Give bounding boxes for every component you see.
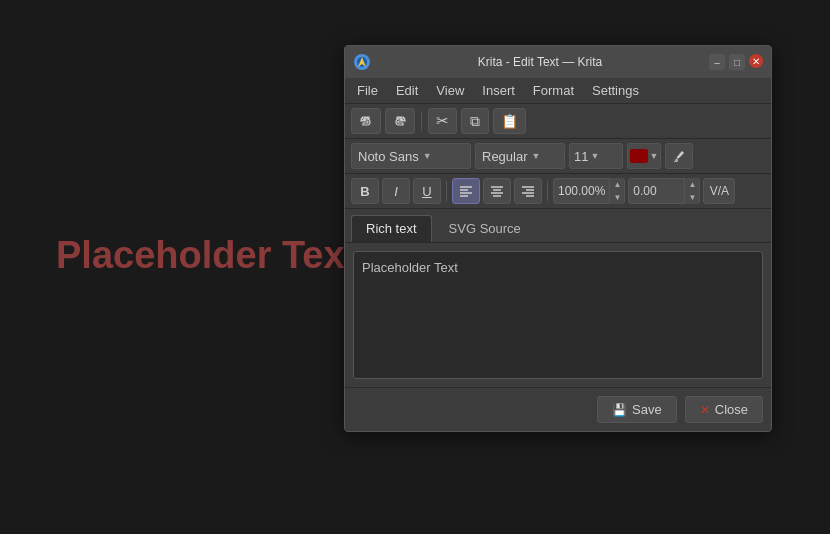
bold-button[interactable]: B xyxy=(351,178,379,204)
eyedropper-button[interactable] xyxy=(665,143,693,169)
close-window-button[interactable]: ✕ xyxy=(749,54,763,68)
font-size-select[interactable]: 11 ▼ xyxy=(569,143,623,169)
char-spacing-down-button[interactable]: ▼ xyxy=(685,191,699,204)
font-style-chevron-icon: ▼ xyxy=(532,151,541,161)
underline-button[interactable]: U xyxy=(413,178,441,204)
char-spacing-up-button[interactable]: ▲ xyxy=(685,178,699,191)
tab-rich-text[interactable]: Rich text xyxy=(351,215,432,242)
close-button[interactable]: ✕ Close xyxy=(685,396,763,423)
italic-button[interactable]: I xyxy=(382,178,410,204)
text-editor[interactable]: Placeholder Text xyxy=(353,251,763,379)
align-left-button[interactable] xyxy=(452,178,480,204)
redo-button[interactable] xyxy=(385,108,415,134)
align-right-button[interactable] xyxy=(514,178,542,204)
minimize-button[interactable]: – xyxy=(709,54,725,70)
align-center-icon xyxy=(490,185,504,197)
menu-format[interactable]: Format xyxy=(525,80,582,101)
text-color-button[interactable]: ▼ xyxy=(627,143,661,169)
font-family-select[interactable]: Noto Sans ▼ xyxy=(351,143,471,169)
char-spacing-value: 0.00 xyxy=(629,184,684,198)
char-spacing-spinners: ▲ ▼ xyxy=(684,178,699,204)
tabs-area: Rich text SVG Source xyxy=(345,209,771,243)
format-toolbar: B I U xyxy=(345,174,771,209)
editor-content: Placeholder Text xyxy=(362,260,458,275)
char-spacing-input[interactable]: 0.00 ▲ ▼ xyxy=(628,178,700,204)
font-style-select[interactable]: Regular ▼ xyxy=(475,143,565,169)
window-controls: – □ ✕ xyxy=(709,54,763,70)
copy-button[interactable]: ⧉ xyxy=(461,108,489,134)
color-swatch xyxy=(630,149,648,163)
line-spacing-down-button[interactable]: ▼ xyxy=(610,191,624,204)
menu-file[interactable]: File xyxy=(349,80,386,101)
menu-settings[interactable]: Settings xyxy=(584,80,647,101)
edit-toolbar: ✂ ⧉ 📋 xyxy=(345,104,771,139)
tab-svg-source[interactable]: SVG Source xyxy=(434,215,536,242)
save-icon: 💾 xyxy=(612,403,627,417)
line-spacing-input[interactable]: 100.00% ▲ ▼ xyxy=(553,178,625,204)
maximize-button[interactable]: □ xyxy=(729,54,745,70)
toolbar-separator-1 xyxy=(421,111,422,131)
undo-icon xyxy=(359,114,373,128)
eyedropper-icon xyxy=(672,149,686,163)
font-family-chevron-icon: ▼ xyxy=(423,151,432,161)
close-label: Close xyxy=(715,402,748,417)
save-label: Save xyxy=(632,402,662,417)
close-icon: ✕ xyxy=(700,403,710,417)
krita-logo-icon xyxy=(353,53,371,71)
paste-button[interactable]: 📋 xyxy=(493,108,526,134)
title-bar: Krita - Edit Text — Krita – □ ✕ xyxy=(345,46,771,78)
line-spacing-up-button[interactable]: ▲ xyxy=(610,178,624,191)
format-separator-1 xyxy=(446,181,447,201)
align-right-icon xyxy=(521,185,535,197)
align-left-icon xyxy=(459,185,473,197)
content-area: Placeholder Text xyxy=(345,243,771,387)
menu-insert[interactable]: Insert xyxy=(474,80,523,101)
line-spacing-spinners: ▲ ▼ xyxy=(609,178,624,204)
canvas-placeholder-text: Placeholder Text xyxy=(56,234,357,277)
dialog-title: Krita - Edit Text — Krita xyxy=(377,55,703,69)
line-spacing-value: 100.00% xyxy=(554,184,609,198)
undo-button[interactable] xyxy=(351,108,381,134)
dialog-footer: 💾 Save ✕ Close xyxy=(345,387,771,431)
menu-bar: File Edit View Insert Format Settings xyxy=(345,78,771,104)
redo-icon xyxy=(393,114,407,128)
font-toolbar: Noto Sans ▼ Regular ▼ 11 ▼ ▼ xyxy=(345,139,771,174)
color-chevron-icon: ▼ xyxy=(650,151,659,161)
cut-button[interactable]: ✂ xyxy=(428,108,457,134)
menu-edit[interactable]: Edit xyxy=(388,80,426,101)
font-style-label: Regular xyxy=(482,149,528,164)
align-center-button[interactable] xyxy=(483,178,511,204)
font-family-label: Noto Sans xyxy=(358,149,419,164)
font-size-label: 11 xyxy=(574,149,588,164)
format-separator-2 xyxy=(547,181,548,201)
save-button[interactable]: 💾 Save xyxy=(597,396,677,423)
font-size-chevron-icon: ▼ xyxy=(590,151,599,161)
menu-view[interactable]: View xyxy=(428,80,472,101)
edit-text-dialog: Krita - Edit Text — Krita – □ ✕ File Edi… xyxy=(344,45,772,432)
kerning-button[interactable]: V/A xyxy=(703,178,735,204)
